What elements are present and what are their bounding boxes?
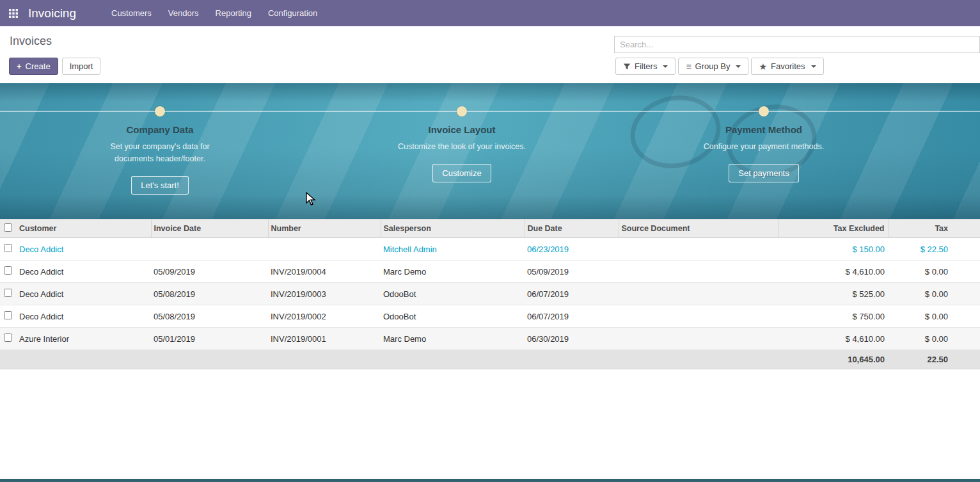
caret-down-icon <box>811 65 816 68</box>
filter-icon <box>623 63 631 70</box>
table-header-row: Customer Invoice Date Number Salesperson… <box>0 220 980 238</box>
cell-salesperson: OdooBot <box>381 305 525 328</box>
cell-source-document <box>619 261 778 283</box>
cell-due-date: 06/07/2019 <box>525 283 619 305</box>
step-title: Company Data <box>9 124 311 135</box>
cell-tax: $ 0.00 <box>889 328 980 350</box>
col-source-document[interactable]: Source Document <box>619 220 778 238</box>
onboarding-banner: Company Data Set your company's data for… <box>0 83 980 219</box>
cell-invoice-date: 05/01/2019 <box>151 328 268 350</box>
favorites-label: Favorites <box>771 61 805 71</box>
cell-salesperson: Marc Demo <box>381 261 525 283</box>
total-tax-excluded: 10,645.00 <box>778 350 889 369</box>
page-title: Invoices <box>10 35 52 48</box>
total-tax: 22.50 <box>889 350 980 369</box>
cell-customer: Deco Addict <box>17 261 151 283</box>
step-description: Set your company's data for documents he… <box>93 141 227 165</box>
onboarding-step-company-data: Company Data Set your company's data for… <box>9 124 311 195</box>
app-name: Invoicing <box>28 6 76 20</box>
cell-number: INV/2019/0002 <box>268 305 381 328</box>
search-box <box>614 36 980 53</box>
action-buttons: + Create Import <box>9 58 100 75</box>
cell-invoice-date <box>151 238 268 261</box>
cell-tax-excluded: $ 4,610.00 <box>778 328 889 350</box>
col-tax-excluded[interactable]: Tax Excluded <box>778 220 889 238</box>
create-button[interactable]: + Create <box>9 58 58 75</box>
lets-start-button[interactable]: Let's start! <box>131 176 189 195</box>
row-checkbox[interactable] <box>4 266 12 275</box>
caret-down-icon <box>736 65 741 68</box>
filters-label: Filters <box>635 61 657 71</box>
cell-source-document <box>619 305 778 328</box>
totals-row: 10,645.00 22.50 <box>0 350 980 369</box>
create-button-label: Create <box>26 61 51 71</box>
cell-tax: $ 22.50 <box>889 238 980 261</box>
cell-tax: $ 0.00 <box>889 261 980 283</box>
step-description: Configure your payment methods. <box>697 141 831 153</box>
cell-tax-excluded: $ 150.00 <box>778 238 889 261</box>
col-number[interactable]: Number <box>268 220 381 238</box>
cell-invoice-date: 05/09/2019 <box>151 261 268 283</box>
col-due-date[interactable]: Due Date <box>525 220 619 238</box>
cell-salesperson: OdooBot <box>381 283 525 305</box>
step-title: Invoice Layout <box>311 124 613 135</box>
cell-number: INV/2019/0001 <box>268 328 381 350</box>
menu-customers[interactable]: Customers <box>103 0 160 26</box>
cell-customer: Azure Interior <box>17 328 151 350</box>
col-tax[interactable]: Tax <box>889 220 980 238</box>
group-by-label: Group By <box>695 61 731 71</box>
bottom-strip <box>0 479 980 482</box>
invoice-table: Customer Invoice Date Number Salesperson… <box>0 219 980 369</box>
cell-number <box>268 238 381 261</box>
cell-source-document <box>619 238 778 261</box>
menu-configuration[interactable]: Configuration <box>260 0 326 26</box>
col-salesperson[interactable]: Salesperson <box>381 220 525 238</box>
col-customer[interactable]: Customer <box>17 220 151 238</box>
invoice-row[interactable]: Deco Addict 05/08/2019 INV/2019/0002 Odo… <box>0 305 980 328</box>
import-button[interactable]: Import <box>62 58 101 75</box>
favorites-button[interactable]: ★ Favorites <box>751 58 823 75</box>
search-options: Filters ≡ Group By ★ Favorites <box>615 58 824 75</box>
cell-customer: Deco Addict <box>17 283 151 305</box>
cell-due-date: 06/23/2019 <box>525 238 619 261</box>
progress-line <box>0 111 980 112</box>
import-button-label: Import <box>70 61 93 71</box>
top-navbar: Invoicing Customers Vendors Reporting Co… <box>0 0 980 26</box>
main-menu: Customers Vendors Reporting Configuratio… <box>103 0 326 26</box>
cell-tax: $ 0.00 <box>889 283 980 305</box>
menu-vendors[interactable]: Vendors <box>160 0 207 26</box>
menu-reporting[interactable]: Reporting <box>207 0 260 26</box>
cell-salesperson: Mitchell Admin <box>381 238 525 261</box>
apps-menu-button[interactable] <box>0 0 27 26</box>
invoice-row[interactable]: Azure Interior 05/01/2019 INV/2019/0001 … <box>0 328 980 350</box>
filters-button[interactable]: Filters <box>615 58 676 75</box>
cell-invoice-date: 05/08/2019 <box>151 305 268 328</box>
star-icon: ★ <box>759 62 767 71</box>
cell-tax: $ 0.00 <box>889 305 980 328</box>
row-checkbox[interactable] <box>4 311 12 319</box>
invoice-row[interactable]: Deco Addict Mitchell Admin 06/23/2019 $ … <box>0 238 980 261</box>
invoice-row[interactable]: Deco Addict 05/08/2019 INV/2019/0003 Odo… <box>0 283 980 305</box>
customize-button[interactable]: Customize <box>432 164 491 182</box>
cell-number: INV/2019/0003 <box>268 283 381 305</box>
set-payments-button[interactable]: Set payments <box>729 164 799 182</box>
cell-number: INV/2019/0004 <box>268 261 381 283</box>
onboarding-step-invoice-layout: Invoice Layout Customize the look of you… <box>311 124 613 182</box>
cell-customer: Deco Addict <box>17 238 151 261</box>
invoice-row[interactable]: Deco Addict 05/09/2019 INV/2019/0004 Mar… <box>0 261 980 283</box>
group-by-button[interactable]: ≡ Group By <box>678 58 748 75</box>
step-description: Customize the look of your invoices. <box>395 141 529 153</box>
onboarding-step-payment-method: Payment Method Configure your payment me… <box>613 124 915 182</box>
row-checkbox[interactable] <box>4 333 12 342</box>
row-checkbox[interactable] <box>4 244 12 252</box>
search-input[interactable] <box>615 36 979 52</box>
cell-tax-excluded: $ 525.00 <box>778 283 889 305</box>
select-all-checkbox[interactable] <box>4 223 12 232</box>
invoice-list: Customer Invoice Date Number Salesperson… <box>0 219 980 369</box>
step-dot <box>759 106 769 116</box>
col-invoice-date[interactable]: Invoice Date <box>151 220 268 238</box>
apps-grid-icon <box>9 9 18 18</box>
row-checkbox[interactable] <box>4 289 12 297</box>
cell-tax-excluded: $ 750.00 <box>778 305 889 328</box>
cell-due-date: 06/30/2019 <box>525 328 619 350</box>
